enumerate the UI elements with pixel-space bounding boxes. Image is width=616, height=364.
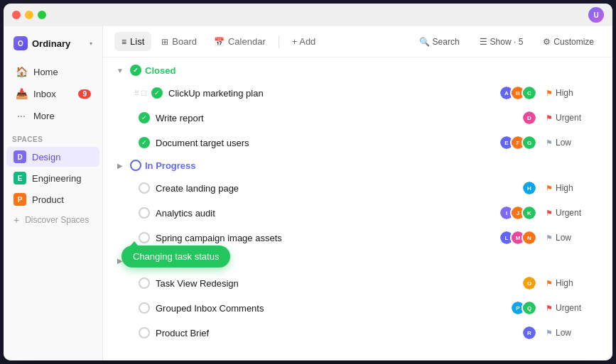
task-name: ClickUp marketing plan bbox=[168, 88, 499, 99]
search-label: Search bbox=[433, 37, 460, 47]
sidebar-item-home[interactable]: 🏠 Home bbox=[6, 61, 99, 82]
avatar: D bbox=[522, 110, 537, 126]
table-row[interactable]: Product Brief R ⚑ Low bbox=[109, 321, 607, 345]
task-status-icon[interactable]: ✓ bbox=[151, 87, 163, 99]
tab-calendar[interactable]: 📅 Calendar bbox=[207, 32, 273, 51]
maximize-button[interactable] bbox=[38, 11, 46, 19]
table-row[interactable]: Task View Redesign O ⚑ High bbox=[109, 271, 607, 295]
table-row[interactable]: ✓ Document target users E F G ⚑ Low bbox=[109, 131, 607, 155]
table-row[interactable]: Create landing page H ⚑ High bbox=[109, 176, 607, 200]
sidebar-nav: 🏠 Home 📥 Inbox 9 ··· More bbox=[4, 57, 102, 130]
engineering-space-label: Engineering bbox=[32, 173, 81, 184]
priority-badge: ⚑ High bbox=[546, 183, 595, 193]
search-icon: 🔍 bbox=[419, 37, 430, 47]
task-status-icon[interactable] bbox=[139, 302, 150, 314]
inbox-icon: 📥 bbox=[15, 87, 28, 100]
tab-board[interactable]: ⊞ Board bbox=[154, 32, 204, 51]
priority-label: Low bbox=[556, 328, 571, 338]
priority-badge: ⚑ Urgent bbox=[546, 208, 595, 218]
task-name: Create landing page bbox=[156, 183, 522, 194]
discover-spaces-label: Discover Spaces bbox=[25, 215, 89, 225]
avatar: N bbox=[522, 230, 537, 246]
avatar: K bbox=[522, 205, 537, 221]
task-status-icon[interactable] bbox=[139, 182, 150, 194]
flag-icon: ⚑ bbox=[546, 329, 553, 338]
flag-icon: ⚑ bbox=[546, 138, 553, 148]
search-button[interactable]: 🔍 Search bbox=[412, 33, 467, 50]
task-status-icon[interactable] bbox=[139, 277, 150, 289]
table-row[interactable]: ⠿ ☐ ✓ ClickUp marketing plan A B C ⚑ bbox=[109, 81, 607, 105]
flag-icon: ⚑ bbox=[546, 114, 553, 123]
task-name: Product Brief bbox=[156, 328, 522, 338]
priority-label: High bbox=[556, 88, 573, 98]
priority-label: Urgent bbox=[556, 303, 581, 313]
priority-badge: ⚑ Low bbox=[546, 138, 595, 148]
assignees: A B C bbox=[499, 85, 537, 101]
table-row[interactable]: ✓ Write report D ⚑ Urgent bbox=[109, 106, 607, 130]
group-header-inprogress[interactable]: ▶ In Progress bbox=[103, 155, 612, 175]
priority-badge: ⚑ High bbox=[546, 278, 595, 288]
main-content: ≡ List ⊞ Board 📅 Calendar + Add 🔍 bbox=[103, 26, 612, 360]
task-status-icon[interactable] bbox=[139, 232, 150, 243]
flag-icon: ⚑ bbox=[546, 304, 553, 313]
sidebar-item-product[interactable]: P Product bbox=[6, 189, 99, 209]
chevron-down-icon: ▾ bbox=[90, 40, 92, 47]
task-status-icon[interactable] bbox=[139, 327, 150, 338]
priority-label: High bbox=[556, 278, 573, 288]
customize-button[interactable]: ⚙ Customize bbox=[536, 33, 601, 50]
sidebar-item-engineering[interactable]: E Engineering bbox=[6, 168, 99, 188]
table-row[interactable]: Spring campaign image assets L M N ⚑ Low… bbox=[109, 226, 607, 250]
assignees: H bbox=[522, 180, 537, 196]
tab-board-label: Board bbox=[172, 36, 197, 47]
sidebar-item-design[interactable]: D Design bbox=[6, 147, 99, 167]
assignees: L M N bbox=[499, 230, 537, 246]
table-row[interactable]: Grouped Inbox Comments P Q ⚑ Urgent bbox=[109, 296, 607, 320]
table-row[interactable]: Analytics audit I J K ⚑ Urgent bbox=[109, 201, 607, 225]
toolbar-right: 🔍 Search ☰ Show · 5 ⚙ Customize bbox=[412, 33, 601, 50]
product-space-label: Product bbox=[32, 194, 64, 205]
avatar-stack: E F G bbox=[499, 135, 537, 150]
task-status-icon[interactable]: ✓ bbox=[139, 137, 150, 148]
add-button[interactable]: + Add bbox=[285, 32, 323, 51]
task-name: Write report bbox=[156, 113, 522, 123]
tab-list-label: List bbox=[130, 36, 144, 47]
assignees: P Q bbox=[510, 300, 537, 316]
inbox-badge: 9 bbox=[78, 89, 91, 99]
task-name: Grouped Inbox Comments bbox=[156, 303, 510, 314]
drag-handle: ⠿ ☐ bbox=[134, 89, 147, 97]
priority-badge: ⚑ High bbox=[546, 88, 595, 98]
avatar-stack: L M N bbox=[499, 230, 537, 246]
show-button[interactable]: ☰ Show · 5 bbox=[472, 33, 531, 50]
workspace-icon: O bbox=[13, 36, 28, 50]
board-icon: ⊞ bbox=[161, 37, 168, 47]
avatar-stack: O bbox=[522, 275, 537, 291]
minimize-button[interactable] bbox=[25, 11, 33, 19]
product-space-icon: P bbox=[13, 193, 26, 206]
drag-icon: ⠿ bbox=[134, 89, 139, 97]
group-header-closed[interactable]: ▼ ✓ Closed bbox=[103, 60, 612, 80]
app-window: U O Ordinary ▾ 🏠 Home 📥 Inbox 9 bbox=[4, 4, 612, 360]
sidebar-item-inbox[interactable]: 📥 Inbox 9 bbox=[6, 83, 99, 104]
task-status-icon[interactable] bbox=[139, 207, 150, 219]
avatar-stack: R bbox=[522, 325, 537, 341]
task-status-icon[interactable]: ✓ bbox=[139, 112, 150, 123]
tab-list[interactable]: ≡ List bbox=[114, 32, 151, 51]
priority-label: Low bbox=[556, 233, 571, 243]
sidebar: O Ordinary ▾ 🏠 Home 📥 Inbox 9 ··· More bbox=[4, 26, 103, 360]
user-avatar[interactable]: U bbox=[588, 7, 604, 23]
sidebar-item-more[interactable]: ··· More bbox=[6, 105, 99, 126]
close-button[interactable] bbox=[12, 11, 21, 19]
inprogress-status-label: In Progress bbox=[145, 160, 196, 171]
assignees: D bbox=[522, 110, 537, 126]
avatar: Q bbox=[522, 300, 537, 316]
discover-spaces-button[interactable]: + Discover Spaces bbox=[6, 211, 99, 229]
customize-icon: ⚙ bbox=[543, 37, 551, 47]
spaces-section-title: Spaces bbox=[4, 130, 102, 146]
flag-icon: ⚑ bbox=[546, 89, 553, 98]
toolbar-divider bbox=[279, 35, 279, 48]
assignees: O bbox=[522, 275, 537, 291]
inprogress-status-icon bbox=[130, 160, 141, 171]
design-space-label: Design bbox=[32, 152, 60, 162]
avatar: O bbox=[522, 275, 537, 291]
workspace-header[interactable]: O Ordinary ▾ bbox=[6, 32, 99, 55]
